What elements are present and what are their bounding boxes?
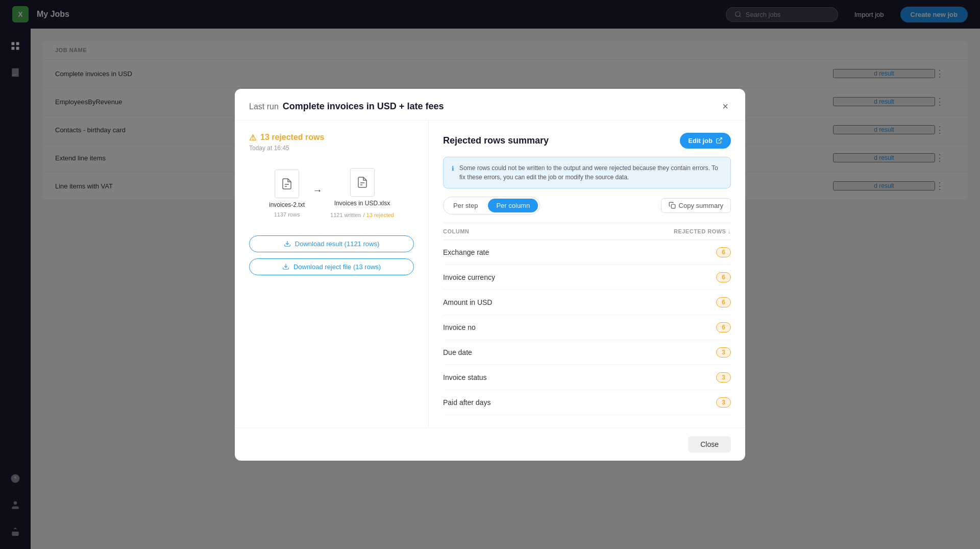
right-panel: Rejected rows summary Edit job ℹ Some ro…	[429, 121, 745, 427]
column-name: Invoice status	[443, 373, 487, 381]
sort-arrow: ↓	[728, 228, 731, 234]
output-file-icon	[350, 168, 375, 197]
info-text: Some rows could not be written to the ou…	[459, 163, 722, 182]
modal-body: ⚠ 13 rejected rows Today at 16:45	[235, 121, 745, 427]
rejected-badge: 3	[716, 347, 731, 357]
summary-row: Exchange rate 6	[443, 240, 731, 265]
output-file-label: Invoices in USD.xlsx	[334, 200, 390, 207]
info-icon: ℹ	[452, 164, 454, 173]
svg-line-15	[719, 138, 722, 141]
modal-last-run-label: Last run	[249, 102, 279, 111]
source-file-label: invoices-2.txt	[269, 201, 305, 208]
run-timestamp: Today at 16:45	[249, 145, 414, 152]
info-box: ℹ Some rows could not be written to the …	[443, 157, 731, 188]
output-written-label: 1121 written	[330, 212, 361, 218]
modal-header: Last run Complete invoices in USD + late…	[235, 89, 745, 121]
summary-row: Paid after days 3	[443, 390, 731, 415]
rejected-header: REJECTED ROWS ↓	[674, 228, 731, 234]
tab-per-step[interactable]: Per step	[445, 199, 486, 212]
summary-row: Due date 3	[443, 340, 731, 365]
column-name: Invoice currency	[443, 273, 495, 281]
right-panel-title: Rejected rows summary	[443, 135, 549, 146]
svg-rect-16	[671, 204, 675, 208]
summary-row: Invoice status 3	[443, 365, 731, 390]
summary-row: Amount in USD 6	[443, 290, 731, 315]
right-panel-header: Rejected rows summary Edit job	[443, 133, 731, 149]
copy-summary-label: Copy summary	[679, 202, 723, 209]
col-header: COLUMN	[443, 228, 469, 234]
column-name: Exchange rate	[443, 248, 489, 256]
copy-icon	[669, 202, 676, 209]
rejected-badge: 6	[716, 272, 731, 282]
copy-summary-button[interactable]: Copy summary	[661, 198, 731, 213]
tabs-container: Per step Per column	[443, 197, 540, 214]
download-result-button[interactable]: Download result (1121 rows)	[249, 235, 414, 252]
rejected-count-label: 13 rejected rows	[260, 133, 324, 142]
warning-icon: ⚠	[249, 133, 256, 142]
tabs-row: Per step Per column Copy summary	[443, 197, 731, 214]
download-icon	[284, 240, 291, 247]
modal-overlay[interactable]: Last run Complete invoices in USD + late…	[0, 0, 980, 549]
rejected-badge: 3	[716, 397, 731, 408]
modal-footer: Close	[235, 427, 745, 461]
column-name: Invoice no	[443, 323, 476, 331]
flow-diagram: invoices-2.txt 1137 rows →	[249, 168, 414, 219]
modal-close-button[interactable]: ×	[718, 99, 733, 114]
download-reject-icon	[282, 263, 289, 270]
rejected-badge: 6	[716, 247, 731, 257]
modal-dialog: Last run Complete invoices in USD + late…	[235, 89, 745, 461]
flow-arrow-icon: →	[313, 185, 322, 196]
output-stats: 1121 written / 13 rejected	[330, 210, 394, 219]
download-reject-button[interactable]: Download reject file (13 rows)	[249, 258, 414, 275]
column-name: Due date	[443, 348, 472, 356]
source-node: invoices-2.txt 1137 rows	[269, 170, 305, 218]
output-rejected-label: 13 rejected	[366, 212, 394, 218]
modal-title: Complete invoices in USD + late fees	[283, 101, 444, 112]
summary-table: COLUMN REJECTED ROWS ↓ Exchange rate 6 I…	[443, 223, 731, 415]
edit-job-button[interactable]: Edit job	[680, 133, 731, 149]
source-rows-label: 1137 rows	[274, 211, 300, 218]
summary-table-header: COLUMN REJECTED ROWS ↓	[443, 223, 731, 240]
output-node: Invoices in USD.xlsx 1121 written / 13 r…	[330, 168, 394, 219]
rejected-badge: 3	[716, 372, 731, 383]
rejected-badge: 6	[716, 322, 731, 332]
edit-job-label: Edit job	[688, 137, 713, 145]
tab-per-column[interactable]: Per column	[488, 199, 538, 212]
source-file-icon	[275, 170, 299, 198]
close-button[interactable]: Close	[688, 436, 731, 452]
download-reject-label: Download reject file (13 rows)	[293, 263, 381, 271]
rejected-badge: 6	[716, 297, 731, 307]
external-link-icon	[716, 137, 723, 144]
rejected-rows-title: ⚠ 13 rejected rows	[249, 133, 414, 142]
download-result-label: Download result (1121 rows)	[295, 240, 379, 248]
summary-row: Invoice currency 6	[443, 265, 731, 290]
column-name: Paid after days	[443, 398, 491, 407]
column-name: Amount in USD	[443, 298, 492, 306]
left-panel: ⚠ 13 rejected rows Today at 16:45	[235, 121, 429, 427]
summary-row: Invoice no 6	[443, 315, 731, 340]
